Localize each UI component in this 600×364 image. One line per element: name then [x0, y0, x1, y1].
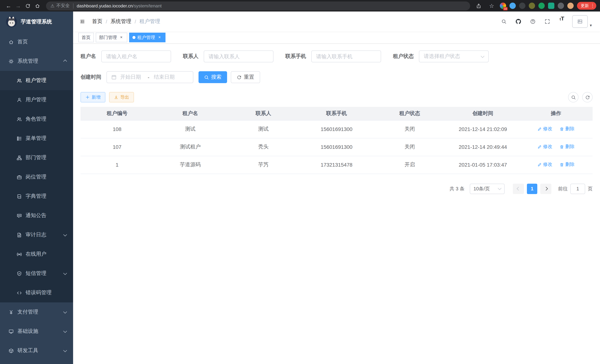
edit-link[interactable]: 修改: [537, 126, 552, 132]
extension-colorful-icon[interactable]: 10: [500, 3, 506, 9]
profile-avatar-icon[interactable]: [567, 3, 574, 9]
edit-link[interactable]: 修改: [537, 162, 552, 168]
chevron-left-icon: [516, 187, 520, 191]
tenant-table: 租户编号 租户名 联系人 联系手机 租户状态 创建时间 操作 108 测试: [81, 107, 593, 174]
help-button[interactable]: [529, 15, 537, 28]
sidebar-item-auditlog[interactable]: 审计日志: [0, 225, 73, 244]
page-button-1[interactable]: 1: [527, 184, 537, 194]
kebab-menu-icon[interactable]: ⋮: [590, 4, 595, 8]
cell-phone: 15601691300: [300, 120, 373, 138]
search-button[interactable]: 搜索: [198, 71, 227, 83]
sidebar-item-sms[interactable]: 短信管理: [0, 264, 73, 283]
chrome-update-button[interactable]: 更新 ⋮: [577, 2, 596, 10]
extension-gray-icon[interactable]: [558, 3, 564, 9]
browser-actions: ☆ 10 更新 ⋮: [474, 1, 596, 10]
share-icon[interactable]: [474, 1, 484, 10]
sidebar-item-role[interactable]: 角色管理: [0, 110, 73, 129]
sidebar-item-pay[interactable]: 支付管理: [0, 302, 73, 322]
edit-link[interactable]: 修改: [537, 144, 552, 150]
shield-icon: [16, 271, 22, 276]
sidebar-item-label: 岗位管理: [26, 174, 46, 180]
navbar-tools: tT ▾: [500, 15, 592, 28]
chevron-down-icon: [63, 329, 67, 333]
extension-blue-icon[interactable]: [509, 3, 516, 9]
close-tab-icon[interactable]: ×: [157, 35, 162, 40]
bookmark-star-icon[interactable]: ☆: [487, 1, 497, 10]
goto-page-input[interactable]: [570, 184, 585, 194]
extension-green-square-icon[interactable]: [548, 3, 554, 9]
delete-link[interactable]: 删除: [560, 144, 575, 150]
monitor-icon: [8, 328, 14, 334]
tab-tenant[interactable]: 租户管理 ×: [129, 33, 166, 42]
create-time-label: 创建时间: [81, 74, 101, 81]
refresh-table-button[interactable]: [582, 92, 593, 103]
sidebar-item-user[interactable]: 用户管理: [0, 90, 73, 110]
question-icon: [530, 19, 536, 24]
breadcrumb-home[interactable]: 首页: [92, 18, 103, 25]
search-icon: [501, 19, 507, 24]
delete-link[interactable]: 删除: [560, 162, 575, 168]
tab-home[interactable]: 首页: [78, 33, 94, 42]
breadcrumb-system[interactable]: 系统管理: [111, 18, 131, 25]
calendar-icon: [111, 75, 116, 80]
prev-page-button[interactable]: [513, 184, 524, 194]
next-page-button[interactable]: [540, 184, 551, 194]
extension-badge: 10: [503, 7, 508, 10]
app-title: 芋道管理系统: [21, 19, 52, 25]
sidebar-menu: 首页 系统管理 租户管理 用户管理 角色管理: [0, 32, 73, 364]
caret-down-icon: ▾: [590, 23, 592, 28]
sidebar-item-system[interactable]: 系统管理: [0, 52, 73, 71]
sidebar-item-label: 角色管理: [26, 116, 46, 122]
table-row: 108 测试 测试 15601691300 关闭 2021-12-14 21:0…: [81, 120, 593, 138]
fullscreen-button[interactable]: [544, 15, 552, 28]
tenant-name-input[interactable]: [101, 50, 171, 62]
breadcrumb: 首页 / 系统管理 / 租户管理: [92, 18, 160, 25]
sidebar-item-post[interactable]: 岗位管理: [0, 167, 73, 187]
user-icon: [16, 97, 22, 103]
sidebar-collapse-button[interactable]: [79, 18, 86, 25]
browser-forward-icon[interactable]: →: [13, 1, 23, 10]
sidebar-item-label: 支付管理: [18, 309, 38, 315]
sidebar-item-errorcode[interactable]: 错误码管理: [0, 283, 73, 302]
delete-link[interactable]: 删除: [560, 126, 575, 132]
browser-home-icon[interactable]: [33, 1, 42, 10]
home-icon: [8, 39, 14, 45]
address-bar[interactable]: ⚠ 不安全 dashboard.yudao.iocoder.cn /system…: [46, 1, 470, 10]
sidebar-item-dict[interactable]: 字典管理: [0, 187, 73, 206]
security-status[interactable]: ⚠ 不安全: [50, 3, 70, 9]
sidebar-item-devtool[interactable]: 研发工具: [0, 341, 73, 360]
browser-reload-icon[interactable]: [23, 1, 33, 10]
phone-input[interactable]: [311, 50, 381, 62]
sidebar-item-online[interactable]: 在线用户: [0, 244, 73, 264]
sidebar-item-home[interactable]: 首页: [0, 32, 73, 52]
sidebar-item-notice[interactable]: 通知公告: [0, 206, 73, 225]
contact-input[interactable]: [204, 50, 273, 62]
tenant-status-select[interactable]: 请选择租户状态: [419, 50, 489, 62]
sidebar-item-infra[interactable]: 基础设施: [0, 322, 73, 341]
user-avatar-menu[interactable]: ▾: [572, 15, 592, 28]
extension-olive-icon[interactable]: [529, 3, 535, 9]
close-tab-icon[interactable]: ×: [119, 35, 124, 40]
cell-tenant-id: 1: [81, 156, 154, 174]
create-time-range-picker[interactable]: 开始日期 - 结束日期: [106, 71, 193, 83]
extension-green-circle-icon[interactable]: [538, 3, 545, 9]
page-size-select[interactable]: 10条/页: [470, 184, 505, 194]
tab-dept[interactable]: 部门管理 ×: [96, 33, 127, 42]
date-start-placeholder: 开始日期: [120, 74, 143, 81]
sidebar-item-label: 短信管理: [26, 270, 46, 277]
sidebar-item-tenant[interactable]: 租户管理: [0, 71, 73, 90]
broken-image-icon: [578, 19, 583, 24]
font-size-button[interactable]: tT: [558, 15, 566, 28]
extension-dark-icon[interactable]: [519, 3, 525, 9]
toggle-search-button[interactable]: [568, 92, 579, 103]
reset-button[interactable]: 重置: [231, 71, 260, 83]
github-button[interactable]: [515, 15, 523, 28]
header-search-button[interactable]: [500, 15, 508, 28]
browser-back-icon[interactable]: ←: [4, 1, 13, 10]
sidebar-item-menu[interactable]: 菜单管理: [0, 129, 73, 148]
add-button[interactable]: 新增: [81, 92, 105, 103]
sidebar-item-dept[interactable]: 部门管理: [0, 148, 73, 167]
cell-tenant-id: 107: [81, 138, 154, 156]
export-button[interactable]: 导出: [109, 92, 134, 103]
app-logo[interactable]: 芋道管理系统: [0, 11, 73, 32]
